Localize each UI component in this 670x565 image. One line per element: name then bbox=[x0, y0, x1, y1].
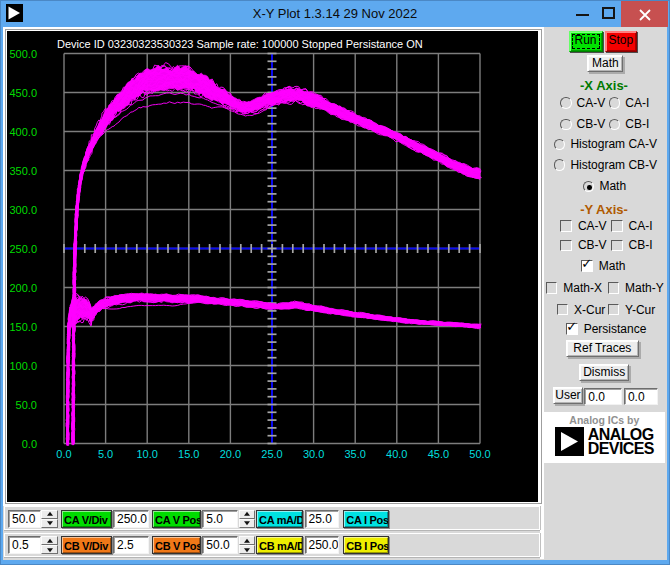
checkbox-y-cb-i[interactable]: ✓CB-I bbox=[611, 239, 653, 252]
ca-v-pos-entry[interactable]: 250.0 bbox=[113, 510, 149, 528]
svg-text:45.0: 45.0 bbox=[428, 448, 449, 460]
checkbox-label: CB-V bbox=[578, 238, 607, 252]
cb-v-pos-entry[interactable]: 2.5 bbox=[113, 536, 149, 554]
radio-indicator bbox=[583, 181, 595, 193]
radio-label: CB-I bbox=[625, 117, 649, 131]
checkbox-indicator: ✓ bbox=[581, 260, 593, 272]
run-button[interactable]: Run bbox=[569, 31, 603, 52]
checkbox-indicator: ✓ bbox=[557, 304, 569, 316]
checkbox-label: Math-X bbox=[563, 281, 602, 295]
checkbox-persistance[interactable]: ✓Persistance bbox=[566, 322, 646, 335]
spin-down-icon[interactable] bbox=[41, 545, 58, 554]
checkbox-x-cur[interactable]: ✓X-Cur bbox=[557, 303, 606, 316]
spin-down-icon[interactable] bbox=[239, 545, 255, 554]
svg-text:50.0: 50.0 bbox=[469, 448, 490, 460]
svg-text:15.0: 15.0 bbox=[178, 448, 199, 460]
dismiss-button[interactable]: Dismiss bbox=[579, 364, 629, 381]
stop-button[interactable]: Stop bbox=[605, 31, 637, 52]
checkbox-label: Math-Y bbox=[625, 281, 664, 295]
ca-v-pos-button[interactable]: CA V Pos bbox=[152, 510, 201, 528]
svg-text:200.0: 200.0 bbox=[9, 282, 37, 294]
user-button[interactable]: User bbox=[553, 387, 584, 404]
svg-text:300.0: 300.0 bbox=[9, 204, 37, 216]
spin-down-icon[interactable] bbox=[41, 519, 58, 528]
user-entry-2[interactable]: 0.0 bbox=[624, 388, 658, 405]
plot-canvas[interactable]: 500.0450.0400.0350.0300.0250.0200.0150.0… bbox=[7, 31, 538, 502]
math-button[interactable]: Math bbox=[587, 55, 623, 73]
checkbox-math-y[interactable]: ✓Math-Y bbox=[608, 282, 664, 295]
checkbox-y-ca-v[interactable]: ✓CA-V bbox=[560, 220, 606, 233]
user-entry-1[interactable]: 0.0 bbox=[584, 388, 621, 405]
spin-up-icon[interactable] bbox=[41, 510, 58, 519]
cb-v-pos-button[interactable]: CB V Pos bbox=[152, 536, 201, 554]
radio-indicator bbox=[554, 159, 566, 171]
cb-ma-div-button[interactable]: CB mA/Div bbox=[256, 536, 304, 554]
checkbox-indicator: ✓ bbox=[608, 304, 620, 316]
radio-x-cb-v[interactable]: CB-V bbox=[560, 118, 605, 131]
checkbox-indicator: ✓ bbox=[560, 240, 572, 252]
ca-v-div-button[interactable]: CA V/Div bbox=[61, 510, 112, 528]
close-button[interactable] bbox=[621, 1, 668, 27]
radio-x-cb-i[interactable]: CB-I bbox=[609, 118, 650, 131]
ca-i-pos-entry[interactable]: 25.0 bbox=[305, 510, 339, 528]
adi-logo-icon bbox=[555, 427, 584, 456]
ref-traces-button[interactable]: Ref Traces bbox=[566, 340, 639, 357]
checkbox-label: Y-Cur bbox=[625, 303, 655, 317]
svg-text:100.0: 100.0 bbox=[9, 360, 37, 372]
radio-indicator bbox=[609, 97, 621, 109]
svg-text:0.0: 0.0 bbox=[56, 448, 71, 460]
svg-text:25.0: 25.0 bbox=[261, 448, 282, 460]
radio-x-histogram-ca-v[interactable]: Histogram CA-V bbox=[554, 138, 657, 151]
spin-up-icon[interactable] bbox=[41, 536, 58, 545]
maximize-button[interactable] bbox=[596, 0, 622, 27]
radio-label: CA-I bbox=[625, 96, 649, 110]
ca-i-pos-button[interactable]: CA I Pos bbox=[343, 510, 389, 528]
svg-text:5.0: 5.0 bbox=[98, 448, 113, 460]
cb-ma-div-spin-value[interactable]: 50.0 bbox=[202, 536, 238, 554]
checkbox-indicator: ✓ bbox=[560, 220, 572, 232]
radio-indicator bbox=[554, 139, 566, 151]
svg-text:250.0: 250.0 bbox=[9, 243, 37, 255]
radio-x-histogram-cb-v[interactable]: Histogram CB-V bbox=[554, 159, 657, 172]
panel-divider bbox=[540, 506, 543, 560]
checkbox-indicator: ✓ bbox=[566, 323, 578, 335]
spin-up-icon[interactable] bbox=[239, 510, 255, 519]
svg-text:0.0: 0.0 bbox=[22, 438, 37, 450]
y-axis-section-title: -Y Axis- bbox=[541, 202, 667, 217]
spin-up-icon[interactable] bbox=[239, 536, 255, 545]
ca-ma-div-spin-value[interactable]: 5.0 bbox=[202, 510, 238, 528]
cb-ma-div-spinner[interactable] bbox=[239, 536, 255, 554]
svg-text:450.0: 450.0 bbox=[9, 87, 37, 99]
ca-ma-div-spinner[interactable] bbox=[239, 510, 255, 528]
radio-x-ca-i[interactable]: CA-I bbox=[609, 97, 650, 110]
cb-i-pos-button[interactable]: CB I Pos bbox=[343, 536, 389, 554]
client-area: 500.0450.0400.0350.0300.0250.0200.0150.0… bbox=[3, 27, 667, 560]
cb-v-div-button[interactable]: CB V/Div bbox=[61, 536, 112, 554]
xy-plot-graph: 500.0450.0400.0350.0300.0250.0200.0150.0… bbox=[7, 31, 538, 502]
cb-v-div-spinner[interactable] bbox=[41, 536, 58, 554]
svg-text:50.0: 50.0 bbox=[16, 399, 37, 411]
radio-x-math[interactable]: Math bbox=[583, 180, 626, 193]
checkbox-label: CA-V bbox=[578, 219, 607, 233]
spin-down-icon[interactable] bbox=[239, 519, 255, 528]
checkbox-y-math[interactable]: ✓Math bbox=[581, 260, 625, 273]
checkbox-y-cb-v[interactable]: ✓CB-V bbox=[560, 239, 606, 252]
checkbox-math-x[interactable]: ✓Math-X bbox=[546, 282, 602, 295]
cb-v-div-spin-value[interactable]: 0.5 bbox=[8, 536, 41, 554]
checkbox-indicator: ✓ bbox=[611, 220, 623, 232]
checkbox-y-ca-i[interactable]: ✓CA-I bbox=[611, 220, 653, 233]
svg-text:35.0: 35.0 bbox=[344, 448, 365, 460]
radio-label: Math bbox=[599, 179, 626, 193]
maximize-icon bbox=[602, 7, 615, 19]
checkbox-y-cur[interactable]: ✓Y-Cur bbox=[608, 303, 656, 316]
radio-x-ca-v[interactable]: CA-V bbox=[560, 97, 605, 110]
ca-v-div-spinner[interactable] bbox=[41, 510, 58, 528]
ca-ma-div-button[interactable]: CA mA/Div bbox=[256, 510, 304, 528]
close-icon bbox=[639, 9, 651, 21]
adi-tagline: Analog ICs by bbox=[544, 414, 666, 426]
radio-indicator bbox=[609, 119, 621, 131]
cb-i-pos-entry[interactable]: 250.0 bbox=[305, 536, 339, 554]
minimize-button[interactable] bbox=[568, 0, 596, 27]
x-axis-section-title: -X Axis- bbox=[541, 78, 667, 93]
ca-v-div-spin-value[interactable]: 50.0 bbox=[8, 510, 41, 528]
